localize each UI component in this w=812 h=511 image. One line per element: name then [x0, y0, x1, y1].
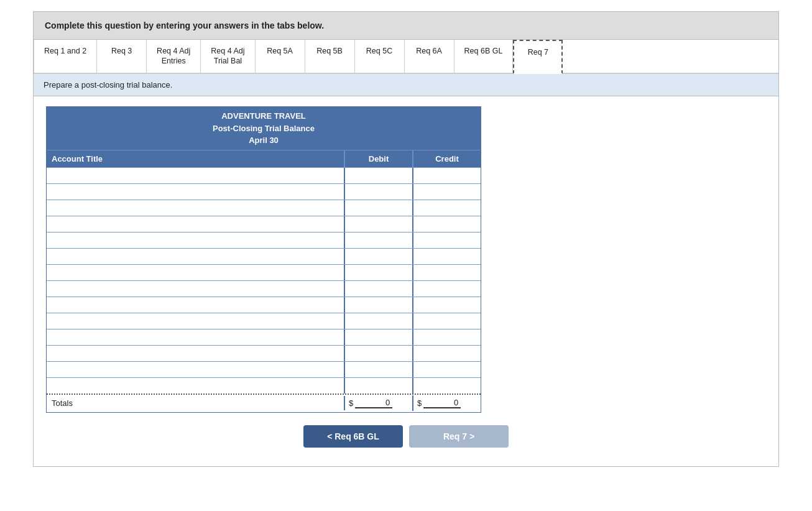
- input-debit-13[interactable]: [349, 364, 408, 373]
- cell-credit-6[interactable]: [413, 249, 481, 264]
- cell-debit-1[interactable]: [345, 168, 413, 183]
- cell-credit-11[interactable]: [413, 329, 481, 345]
- cell-credit-8[interactable]: [413, 281, 481, 297]
- cell-account-7[interactable]: [47, 265, 345, 280]
- cell-credit-2[interactable]: [413, 184, 481, 200]
- input-credit-6[interactable]: [417, 251, 477, 260]
- cell-credit-4[interactable]: [413, 216, 481, 232]
- input-credit-11[interactable]: [417, 331, 477, 341]
- input-account-2[interactable]: [50, 186, 340, 195]
- tab-req7[interactable]: Req 7: [513, 40, 563, 74]
- input-credit-14[interactable]: [417, 380, 477, 389]
- input-debit-6[interactable]: [349, 251, 408, 260]
- cell-debit-10[interactable]: [345, 313, 413, 329]
- cell-credit-3[interactable]: [413, 200, 481, 216]
- cell-debit-2[interactable]: [345, 184, 413, 200]
- cell-credit-9[interactable]: [413, 297, 481, 313]
- tab-req5b[interactable]: Req 5B: [305, 40, 355, 73]
- input-account-4[interactable]: [50, 218, 340, 228]
- cell-credit-5[interactable]: [413, 232, 481, 248]
- input-debit-14[interactable]: [349, 380, 408, 389]
- input-debit-4[interactable]: [349, 218, 408, 228]
- cell-account-8[interactable]: [47, 281, 345, 297]
- header-account: Account Title: [47, 150, 345, 167]
- input-debit-1[interactable]: [349, 170, 408, 179]
- input-debit-9[interactable]: [349, 299, 408, 308]
- table-row: [47, 313, 481, 329]
- prev-button[interactable]: < Req 6B GL: [303, 425, 403, 448]
- input-debit-5[interactable]: [349, 234, 408, 244]
- input-account-11[interactable]: [50, 331, 340, 341]
- cell-debit-5[interactable]: [345, 232, 413, 248]
- input-debit-10[interactable]: [349, 315, 408, 325]
- cell-debit-3[interactable]: [345, 200, 413, 216]
- input-credit-13[interactable]: [417, 364, 477, 373]
- bottom-nav: < Req 6B GL Req 7 >: [46, 425, 766, 448]
- cell-account-12[interactable]: [47, 346, 345, 361]
- input-credit-2[interactable]: [417, 186, 477, 195]
- input-debit-11[interactable]: [349, 331, 408, 341]
- table-row: [47, 345, 481, 361]
- input-debit-2[interactable]: [349, 186, 408, 195]
- cell-debit-8[interactable]: [345, 281, 413, 297]
- cell-account-3[interactable]: [47, 200, 345, 216]
- input-account-12[interactable]: [50, 348, 340, 357]
- input-account-13[interactable]: [50, 364, 340, 373]
- tab-req3[interactable]: Req 3: [97, 40, 147, 73]
- cell-account-1[interactable]: [47, 168, 345, 183]
- input-account-7[interactable]: [50, 267, 340, 276]
- cell-account-13[interactable]: [47, 362, 345, 377]
- input-account-6[interactable]: [50, 251, 340, 260]
- cell-credit-12[interactable]: [413, 346, 481, 361]
- cell-debit-12[interactable]: [345, 346, 413, 361]
- cell-account-9[interactable]: [47, 297, 345, 313]
- input-credit-4[interactable]: [417, 218, 477, 228]
- next-button[interactable]: Req 7 >: [409, 425, 509, 448]
- input-credit-3[interactable]: [417, 202, 477, 211]
- input-debit-7[interactable]: [349, 267, 408, 276]
- cell-debit-4[interactable]: [345, 216, 413, 232]
- input-debit-3[interactable]: [349, 202, 408, 211]
- cell-credit-10[interactable]: [413, 313, 481, 329]
- tab-req1and2[interactable]: Req 1 and 2: [34, 40, 97, 73]
- cell-debit-7[interactable]: [345, 265, 413, 280]
- cell-credit-1[interactable]: [413, 168, 481, 183]
- input-credit-10[interactable]: [417, 315, 477, 325]
- tab-req6bgl[interactable]: Req 6B GL: [454, 40, 514, 73]
- cell-debit-9[interactable]: [345, 297, 413, 313]
- input-credit-12[interactable]: [417, 348, 477, 357]
- input-account-3[interactable]: [50, 202, 340, 211]
- cell-credit-7[interactable]: [413, 265, 481, 280]
- tab-req5c[interactable]: Req 5C: [355, 40, 405, 73]
- cell-account-10[interactable]: [47, 313, 345, 329]
- tab-req5a[interactable]: Req 5A: [256, 40, 305, 73]
- cell-account-5[interactable]: [47, 232, 345, 248]
- input-debit-8[interactable]: [349, 283, 408, 292]
- tab-req6a[interactable]: Req 6A: [405, 40, 454, 73]
- input-account-10[interactable]: [50, 315, 340, 325]
- input-account-5[interactable]: [50, 234, 340, 244]
- tab-req4adjentries[interactable]: Req 4 Adj Entries: [147, 40, 201, 73]
- input-account-14[interactable]: [50, 380, 340, 389]
- cell-account-2[interactable]: [47, 184, 345, 200]
- cell-account-11[interactable]: [47, 329, 345, 345]
- tab-req4adjtrial[interactable]: Req 4 Adj Trial Bal: [201, 40, 255, 73]
- input-account-8[interactable]: [50, 283, 340, 292]
- input-account-1[interactable]: [50, 170, 340, 179]
- cell-debit-13[interactable]: [345, 362, 413, 377]
- input-credit-5[interactable]: [417, 234, 477, 244]
- input-credit-9[interactable]: [417, 299, 477, 308]
- cell-credit-13[interactable]: [413, 362, 481, 377]
- cell-debit-6[interactable]: [345, 249, 413, 264]
- input-credit-1[interactable]: [417, 170, 477, 179]
- input-credit-7[interactable]: [417, 267, 477, 276]
- input-debit-12[interactable]: [349, 348, 408, 357]
- cell-account-4[interactable]: [47, 216, 345, 232]
- input-account-9[interactable]: [50, 299, 340, 308]
- cell-account-6[interactable]: [47, 249, 345, 264]
- cell-debit-14[interactable]: [345, 378, 413, 394]
- input-credit-8[interactable]: [417, 283, 477, 292]
- cell-debit-11[interactable]: [345, 329, 413, 345]
- cell-credit-14[interactable]: [413, 378, 481, 394]
- cell-account-14[interactable]: [47, 378, 345, 394]
